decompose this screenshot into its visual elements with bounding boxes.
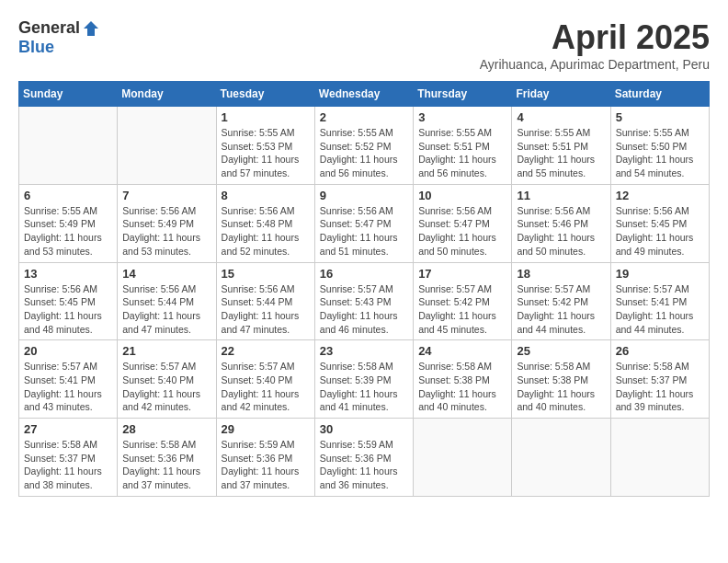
calendar-cell: 20Sunrise: 5:57 AMSunset: 5:41 PMDayligh… bbox=[19, 340, 118, 419]
calendar-week-row: 13Sunrise: 5:56 AMSunset: 5:45 PMDayligh… bbox=[19, 262, 710, 340]
calendar-cell: 12Sunrise: 5:56 AMSunset: 5:45 PMDayligh… bbox=[610, 184, 709, 262]
calendar-cell: 1Sunrise: 5:55 AMSunset: 5:53 PMDaylight… bbox=[216, 107, 314, 185]
day-info: Sunrise: 5:58 AMSunset: 5:39 PMDaylight:… bbox=[320, 360, 408, 414]
calendar-cell: 28Sunrise: 5:58 AMSunset: 5:36 PMDayligh… bbox=[118, 419, 216, 497]
calendar-cell bbox=[414, 419, 512, 497]
day-number: 9 bbox=[320, 189, 408, 202]
day-info: Sunrise: 5:56 AMSunset: 5:45 PMDaylight:… bbox=[24, 282, 112, 337]
day-number: 25 bbox=[517, 344, 605, 358]
day-info: Sunrise: 5:56 AMSunset: 5:47 PMDaylight:… bbox=[320, 204, 408, 259]
day-of-week-header: Monday bbox=[118, 82, 216, 107]
day-number: 14 bbox=[122, 267, 210, 281]
day-number: 18 bbox=[517, 267, 605, 281]
day-number: 21 bbox=[122, 344, 210, 358]
day-number: 7 bbox=[122, 189, 210, 202]
calendar-cell: 19Sunrise: 5:57 AMSunset: 5:41 PMDayligh… bbox=[610, 262, 709, 340]
calendar-cell bbox=[512, 419, 610, 497]
calendar-cell: 14Sunrise: 5:56 AMSunset: 5:44 PMDayligh… bbox=[118, 262, 216, 340]
day-of-week-header: Wednesday bbox=[314, 82, 413, 107]
calendar-cell: 26Sunrise: 5:58 AMSunset: 5:37 PMDayligh… bbox=[610, 340, 709, 419]
calendar-cell: 24Sunrise: 5:58 AMSunset: 5:38 PMDayligh… bbox=[414, 340, 512, 419]
calendar-table: SundayMondayTuesdayWednesdayThursdayFrid… bbox=[18, 81, 710, 497]
calendar-cell: 5Sunrise: 5:55 AMSunset: 5:50 PMDaylight… bbox=[610, 107, 709, 185]
calendar-cell: 8Sunrise: 5:56 AMSunset: 5:48 PMDaylight… bbox=[216, 184, 314, 262]
day-number: 13 bbox=[24, 267, 112, 281]
day-info: Sunrise: 5:57 AMSunset: 5:40 PMDaylight:… bbox=[222, 360, 310, 414]
calendar-cell: 27Sunrise: 5:58 AMSunset: 5:37 PMDayligh… bbox=[19, 419, 118, 497]
calendar-cell: 25Sunrise: 5:58 AMSunset: 5:38 PMDayligh… bbox=[512, 340, 610, 419]
day-info: Sunrise: 5:55 AMSunset: 5:52 PMDaylight:… bbox=[320, 126, 408, 180]
logo-icon bbox=[82, 19, 100, 38]
day-number: 1 bbox=[222, 110, 310, 124]
day-number: 6 bbox=[24, 189, 112, 202]
calendar-cell: 15Sunrise: 5:56 AMSunset: 5:44 PMDayligh… bbox=[216, 262, 314, 340]
day-number: 23 bbox=[320, 344, 408, 358]
day-info: Sunrise: 5:57 AMSunset: 5:43 PMDaylight:… bbox=[320, 282, 408, 337]
calendar-header-row: SundayMondayTuesdayWednesdayThursdayFrid… bbox=[19, 82, 710, 107]
day-info: Sunrise: 5:58 AMSunset: 5:36 PMDaylight:… bbox=[122, 438, 210, 492]
day-info: Sunrise: 5:55 AMSunset: 5:49 PMDaylight:… bbox=[24, 204, 112, 259]
day-number: 4 bbox=[517, 110, 605, 124]
logo-blue-text: Blue bbox=[18, 38, 54, 57]
day-info: Sunrise: 5:55 AMSunset: 5:51 PMDaylight:… bbox=[418, 126, 506, 180]
day-info: Sunrise: 5:56 AMSunset: 5:44 PMDaylight:… bbox=[122, 282, 210, 337]
calendar-cell bbox=[19, 107, 118, 185]
day-info: Sunrise: 5:55 AMSunset: 5:53 PMDaylight:… bbox=[222, 126, 310, 180]
day-number: 5 bbox=[616, 110, 704, 124]
calendar-cell: 3Sunrise: 5:55 AMSunset: 5:51 PMDaylight… bbox=[414, 107, 512, 185]
day-info: Sunrise: 5:57 AMSunset: 5:42 PMDaylight:… bbox=[517, 282, 605, 337]
day-of-week-header: Thursday bbox=[414, 82, 512, 107]
day-number: 20 bbox=[24, 344, 112, 358]
calendar-week-row: 27Sunrise: 5:58 AMSunset: 5:37 PMDayligh… bbox=[19, 419, 710, 497]
day-of-week-header: Friday bbox=[512, 82, 610, 107]
day-number: 22 bbox=[222, 344, 310, 358]
calendar-cell: 10Sunrise: 5:56 AMSunset: 5:47 PMDayligh… bbox=[414, 184, 512, 262]
day-number: 11 bbox=[517, 189, 605, 202]
calendar-cell: 2Sunrise: 5:55 AMSunset: 5:52 PMDaylight… bbox=[314, 107, 413, 185]
day-number: 17 bbox=[418, 267, 506, 281]
day-of-week-header: Tuesday bbox=[216, 82, 314, 107]
calendar-week-row: 6Sunrise: 5:55 AMSunset: 5:49 PMDaylight… bbox=[19, 184, 710, 262]
calendar-cell: 13Sunrise: 5:56 AMSunset: 5:45 PMDayligh… bbox=[19, 262, 118, 340]
svg-marker-0 bbox=[84, 21, 98, 36]
location-text: Ayrihuanca, Apurimac Department, Peru bbox=[480, 57, 710, 72]
day-info: Sunrise: 5:58 AMSunset: 5:38 PMDaylight:… bbox=[418, 360, 506, 414]
day-info: Sunrise: 5:58 AMSunset: 5:37 PMDaylight:… bbox=[616, 360, 704, 414]
page-header: General Blue April 2025 Ayrihuanca, Apur… bbox=[18, 18, 710, 72]
day-info: Sunrise: 5:56 AMSunset: 5:46 PMDaylight:… bbox=[517, 204, 605, 259]
day-info: Sunrise: 5:57 AMSunset: 5:42 PMDaylight:… bbox=[418, 282, 506, 337]
day-info: Sunrise: 5:55 AMSunset: 5:50 PMDaylight:… bbox=[616, 126, 704, 180]
day-number: 16 bbox=[320, 267, 408, 281]
day-info: Sunrise: 5:59 AMSunset: 5:36 PMDaylight:… bbox=[222, 438, 310, 492]
calendar-cell: 23Sunrise: 5:58 AMSunset: 5:39 PMDayligh… bbox=[314, 340, 413, 419]
calendar-cell: 6Sunrise: 5:55 AMSunset: 5:49 PMDaylight… bbox=[19, 184, 118, 262]
day-of-week-header: Saturday bbox=[610, 82, 709, 107]
day-number: 30 bbox=[320, 422, 408, 436]
calendar-cell: 16Sunrise: 5:57 AMSunset: 5:43 PMDayligh… bbox=[314, 262, 413, 340]
day-info: Sunrise: 5:57 AMSunset: 5:40 PMDaylight:… bbox=[122, 360, 210, 414]
day-info: Sunrise: 5:57 AMSunset: 5:41 PMDaylight:… bbox=[616, 282, 704, 337]
calendar-cell: 30Sunrise: 5:59 AMSunset: 5:36 PMDayligh… bbox=[314, 419, 413, 497]
calendar-cell bbox=[118, 107, 216, 185]
day-info: Sunrise: 5:56 AMSunset: 5:49 PMDaylight:… bbox=[122, 204, 210, 259]
day-number: 2 bbox=[320, 110, 408, 124]
month-title: April 2025 bbox=[480, 18, 710, 57]
calendar-cell: 29Sunrise: 5:59 AMSunset: 5:36 PMDayligh… bbox=[216, 419, 314, 497]
calendar-cell: 7Sunrise: 5:56 AMSunset: 5:49 PMDaylight… bbox=[118, 184, 216, 262]
day-info: Sunrise: 5:59 AMSunset: 5:36 PMDaylight:… bbox=[320, 438, 408, 492]
day-number: 27 bbox=[24, 422, 112, 436]
day-info: Sunrise: 5:57 AMSunset: 5:41 PMDaylight:… bbox=[24, 360, 112, 414]
day-info: Sunrise: 5:56 AMSunset: 5:47 PMDaylight:… bbox=[418, 204, 506, 259]
day-info: Sunrise: 5:58 AMSunset: 5:37 PMDaylight:… bbox=[24, 438, 112, 492]
day-info: Sunrise: 5:56 AMSunset: 5:45 PMDaylight:… bbox=[616, 204, 704, 259]
day-info: Sunrise: 5:58 AMSunset: 5:38 PMDaylight:… bbox=[517, 360, 605, 414]
calendar-cell: 4Sunrise: 5:55 AMSunset: 5:51 PMDaylight… bbox=[512, 107, 610, 185]
day-number: 3 bbox=[418, 110, 506, 124]
day-number: 15 bbox=[222, 267, 310, 281]
calendar-cell bbox=[610, 419, 709, 497]
day-number: 10 bbox=[418, 189, 506, 202]
day-info: Sunrise: 5:55 AMSunset: 5:51 PMDaylight:… bbox=[517, 126, 605, 180]
calendar-cell: 21Sunrise: 5:57 AMSunset: 5:40 PMDayligh… bbox=[118, 340, 216, 419]
day-number: 8 bbox=[222, 189, 310, 202]
day-of-week-header: Sunday bbox=[19, 82, 118, 107]
